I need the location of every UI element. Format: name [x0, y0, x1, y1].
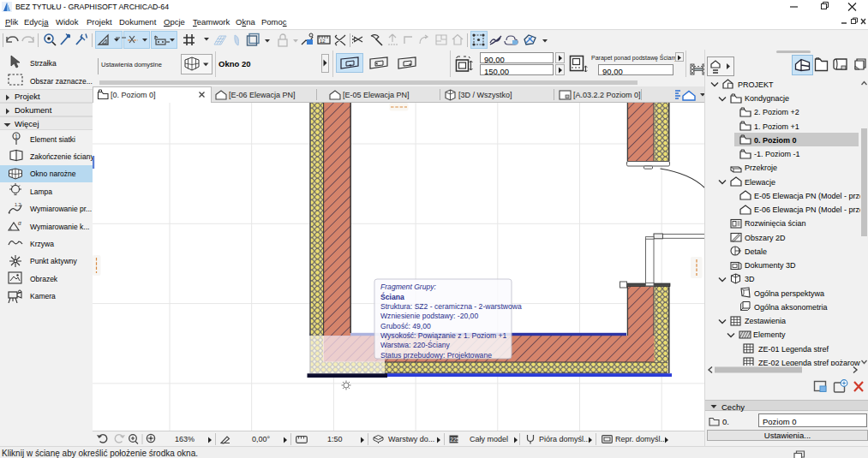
svg-text:Struktura: SZ2 - ceramiczna -: Struktura: SZ2 - ceramiczna - 2-warstwow… — [380, 302, 522, 311]
svg-text:Status przebudowy: Projektowan: Status przebudowy: Projektowane — [380, 351, 492, 360]
svg-text:Wzniesienie podstawy: -20,00: Wzniesienie podstawy: -20,00 — [380, 312, 478, 320]
svg-text:α: α — [18, 220, 21, 226]
svg-text:1.2: 1.2 — [15, 202, 21, 207]
svg-text:Wysokość: Powiązanie z 1. Pozi: Wysokość: Powiązanie z 1. Poziom +1 — [380, 331, 506, 340]
svg-text:12: 12 — [320, 39, 326, 44]
svg-text:Ściana: Ściana — [380, 292, 404, 301]
svg-text:225: 225 — [450, 437, 458, 443]
svg-text:Fragment Grupy:: Fragment Grupy: — [380, 283, 437, 291]
svg-text:1: 1 — [15, 134, 18, 140]
svg-text:Warstwa: 220-Ściany: Warstwa: 220-Ściany — [380, 340, 451, 349]
svg-text:Grubość: 49,00: Grubość: 49,00 — [380, 322, 431, 330]
